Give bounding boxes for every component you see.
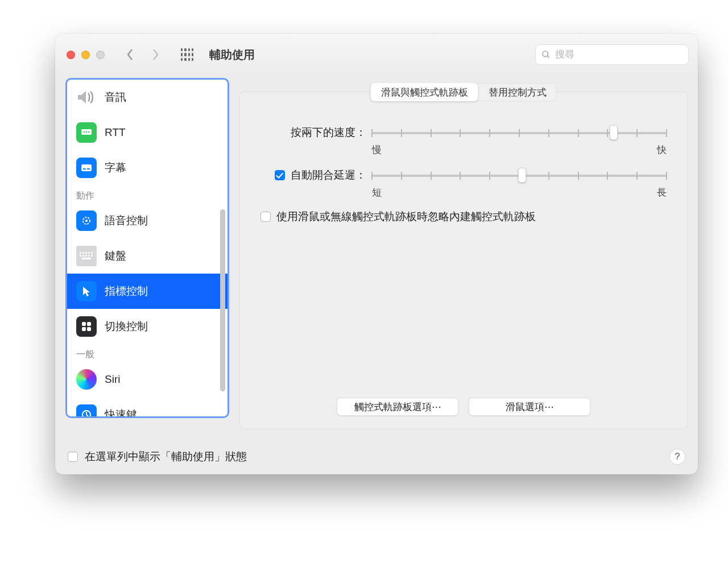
sidebar-item-label: RTT xyxy=(105,126,126,139)
help-button[interactable]: ? xyxy=(669,449,685,465)
preferences-window: 輔助使用 音訊 RTT xyxy=(55,34,698,474)
sidebar-item-audio[interactable]: 音訊 xyxy=(67,80,228,115)
ignore-trackpad-label: 使用滑鼠或無線觸控式軌跡板時忽略內建觸控式軌跡板 xyxy=(276,209,536,224)
rtt-icon xyxy=(76,122,97,143)
sidebar-item-label: 字幕 xyxy=(105,160,126,175)
sidebar-item-label: 音訊 xyxy=(105,90,126,105)
svg-rect-18 xyxy=(82,255,84,257)
mouse-options-button[interactable]: 滑鼠選項⋯ xyxy=(469,398,590,416)
svg-point-0 xyxy=(543,51,548,56)
svg-rect-13 xyxy=(82,252,84,254)
show-status-checkbox[interactable] xyxy=(68,452,78,462)
sidebar-item-captions[interactable]: 字幕 xyxy=(67,150,228,185)
settings-panel: 滑鼠與觸控式軌跡板 替用控制方式 按兩下的速度： 慢 快 xyxy=(239,92,688,429)
sidebar-item-rtt[interactable]: RTT xyxy=(67,115,228,150)
svg-rect-21 xyxy=(91,255,93,257)
svg-point-3 xyxy=(84,131,85,133)
sidebar-item-keyboard[interactable]: 鍵盤 xyxy=(67,238,228,274)
search-input[interactable] xyxy=(555,49,682,60)
body: 音訊 RTT 字幕 動作 xyxy=(55,76,698,439)
svg-rect-15 xyxy=(88,252,90,254)
speaker-icon xyxy=(76,87,97,108)
svg-rect-14 xyxy=(85,252,87,254)
svg-rect-16 xyxy=(91,252,93,254)
sidebar-scrollbar[interactable] xyxy=(220,209,225,391)
svg-rect-7 xyxy=(83,168,86,170)
tab-alternate-control[interactable]: 替用控制方式 xyxy=(478,83,557,101)
captions-icon xyxy=(76,158,97,178)
sidebar-item-label: Siri xyxy=(105,373,120,386)
double-click-speed-slider[interactable] xyxy=(372,124,667,141)
sidebar-item-label: 指標控制 xyxy=(105,284,148,299)
svg-rect-22 xyxy=(82,258,91,259)
ignore-trackpad-row: 使用滑鼠或無線觸控式軌跡板時忽略內建觸控式軌跡板 xyxy=(260,209,667,224)
pointer-icon xyxy=(76,281,97,301)
voice-control-icon xyxy=(76,210,97,231)
close-window-button[interactable] xyxy=(67,51,75,59)
bottom-buttons: 觸控式軌跡板選項⋯ 滑鼠選項⋯ xyxy=(240,398,687,416)
footer: 在選單列中顯示「輔助使用」狀態 ? xyxy=(55,439,698,474)
sidebar-item-voice-control[interactable]: 語音控制 xyxy=(67,203,228,238)
sidebar-item-pointer-control[interactable]: 指標控制 xyxy=(67,274,228,309)
spring-loading-slider[interactable] xyxy=(372,167,667,184)
sidebar-item-shortcut[interactable]: 快速鍵 xyxy=(67,397,228,416)
tab-bar: 滑鼠與觸控式軌跡板 替用控制方式 xyxy=(371,83,557,101)
slider-min-label: 短 xyxy=(372,186,382,199)
forward-button[interactable] xyxy=(146,45,165,64)
sidebar-section-general: 一般 xyxy=(67,344,228,362)
svg-rect-20 xyxy=(88,255,90,257)
svg-rect-24 xyxy=(87,322,91,326)
svg-point-4 xyxy=(86,131,88,133)
spring-loading-checkbox[interactable] xyxy=(275,170,285,180)
window-title: 輔助使用 xyxy=(209,47,255,63)
sidebar-section-motor: 動作 xyxy=(67,185,228,203)
zoom-window-button[interactable] xyxy=(96,51,105,59)
window-controls xyxy=(67,51,105,59)
keyboard-icon xyxy=(76,246,97,266)
slider-max-label: 長 xyxy=(657,186,667,199)
tab-mouse-trackpad[interactable]: 滑鼠與觸控式軌跡板 xyxy=(371,83,478,101)
trackpad-options-button[interactable]: 觸控式軌跡板選項⋯ xyxy=(337,398,458,416)
spring-loading-row: 自動開合延遲： 短 長 xyxy=(260,167,667,199)
sidebar-item-label: 快速鍵 xyxy=(105,407,137,416)
svg-rect-8 xyxy=(87,168,90,170)
search-field[interactable] xyxy=(535,44,689,65)
sidebar-item-siri[interactable]: Siri xyxy=(67,362,228,397)
slider-min-label: 慢 xyxy=(372,143,382,156)
spring-loading-label: 自動開合延遲： xyxy=(291,168,366,183)
svg-rect-19 xyxy=(85,255,87,257)
sidebar: 音訊 RTT 字幕 動作 xyxy=(65,78,229,418)
switch-control-icon xyxy=(76,316,97,337)
show-all-button[interactable] xyxy=(177,45,197,64)
sidebar-item-label: 切換控制 xyxy=(105,319,148,334)
svg-rect-17 xyxy=(80,255,81,257)
sidebar-item-label: 鍵盤 xyxy=(105,249,126,263)
svg-rect-12 xyxy=(80,252,81,254)
svg-rect-25 xyxy=(82,327,86,331)
svg-rect-26 xyxy=(87,327,91,331)
svg-point-5 xyxy=(88,131,90,133)
double-click-speed-label: 按兩下的速度： xyxy=(291,125,366,140)
svg-rect-23 xyxy=(82,322,86,326)
back-button[interactable] xyxy=(121,45,140,64)
show-status-label: 在選單列中顯示「輔助使用」狀態 xyxy=(85,449,247,464)
sidebar-item-switch-control[interactable]: 切換控制 xyxy=(67,309,228,344)
ignore-trackpad-checkbox[interactable] xyxy=(260,212,271,222)
shortcut-icon xyxy=(76,404,97,416)
toolbar: 輔助使用 xyxy=(55,34,698,76)
search-icon xyxy=(541,49,551,60)
svg-line-1 xyxy=(547,56,549,57)
double-click-speed-row: 按兩下的速度： 慢 快 xyxy=(260,124,667,156)
sidebar-item-label: 語音控制 xyxy=(105,213,148,228)
svg-point-10 xyxy=(85,220,88,222)
minimize-window-button[interactable] xyxy=(81,51,90,59)
siri-icon xyxy=(76,369,97,390)
svg-rect-6 xyxy=(81,164,92,171)
slider-max-label: 快 xyxy=(657,143,667,156)
